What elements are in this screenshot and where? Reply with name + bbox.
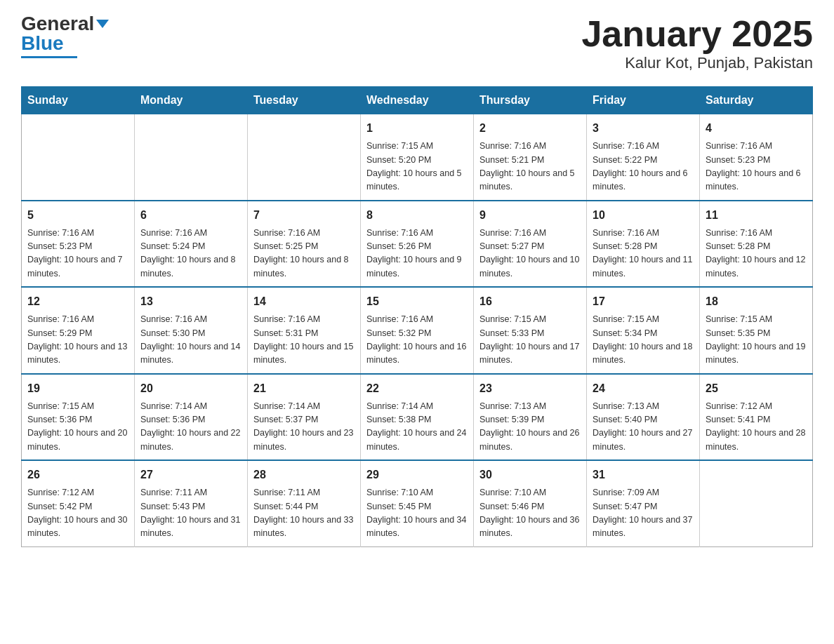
day-number: 14: [253, 293, 355, 310]
calendar-cell: [700, 460, 813, 546]
calendar-cell: 28Sunrise: 7:11 AMSunset: 5:44 PMDayligh…: [248, 460, 361, 546]
header-day-saturday: Saturday: [700, 87, 813, 114]
day-number: 25: [706, 380, 807, 397]
logo: GeneralBlue: [21, 14, 109, 58]
day-info: Sunrise: 7:12 AMSunset: 5:42 PMDaylight:…: [27, 486, 128, 541]
day-info: Sunrise: 7:14 AMSunset: 5:37 PMDaylight:…: [253, 400, 355, 455]
day-number: 24: [593, 380, 694, 397]
title-block: January 2025 Kalur Kot, Punjab, Pakistan: [581, 14, 813, 72]
day-number: 12: [27, 293, 128, 310]
calendar-cell: 10Sunrise: 7:16 AMSunset: 5:28 PMDayligh…: [587, 201, 700, 288]
day-number: 30: [479, 467, 581, 483]
day-number: 21: [253, 380, 355, 397]
day-info: Sunrise: 7:15 AMSunset: 5:36 PMDaylight:…: [27, 400, 128, 455]
calendar-cell: 20Sunrise: 7:14 AMSunset: 5:36 PMDayligh…: [135, 374, 248, 461]
calendar-cell: [22, 114, 135, 201]
calendar-cell: 14Sunrise: 7:16 AMSunset: 5:31 PMDayligh…: [248, 287, 361, 374]
calendar-cell: 26Sunrise: 7:12 AMSunset: 5:42 PMDayligh…: [22, 460, 135, 546]
logo-text: GeneralBlue: [21, 14, 109, 53]
day-info: Sunrise: 7:16 AMSunset: 5:22 PMDaylight:…: [593, 140, 694, 194]
day-info: Sunrise: 7:16 AMSunset: 5:30 PMDaylight:…: [140, 313, 241, 368]
day-info: Sunrise: 7:15 AMSunset: 5:34 PMDaylight:…: [593, 313, 694, 368]
day-info: Sunrise: 7:16 AMSunset: 5:23 PMDaylight:…: [27, 227, 128, 281]
day-number: 4: [706, 120, 807, 137]
day-info: Sunrise: 7:16 AMSunset: 5:26 PMDaylight:…: [366, 227, 468, 281]
day-info: Sunrise: 7:16 AMSunset: 5:25 PMDaylight:…: [253, 227, 355, 281]
day-info: Sunrise: 7:10 AMSunset: 5:45 PMDaylight:…: [366, 486, 468, 541]
week-row-1: 1Sunrise: 7:15 AMSunset: 5:20 PMDaylight…: [22, 114, 813, 201]
day-number: 10: [593, 207, 694, 224]
day-number: 16: [479, 293, 581, 310]
page-subtitle: Kalur Kot, Punjab, Pakistan: [581, 54, 813, 72]
header-day-thursday: Thursday: [474, 87, 587, 114]
day-info: Sunrise: 7:13 AMSunset: 5:40 PMDaylight:…: [593, 400, 694, 455]
day-info: Sunrise: 7:16 AMSunset: 5:29 PMDaylight:…: [27, 313, 128, 368]
day-info: Sunrise: 7:16 AMSunset: 5:23 PMDaylight:…: [706, 140, 807, 194]
day-info: Sunrise: 7:11 AMSunset: 5:44 PMDaylight:…: [253, 486, 355, 541]
calendar-cell: 13Sunrise: 7:16 AMSunset: 5:30 PMDayligh…: [135, 287, 248, 374]
day-info: Sunrise: 7:16 AMSunset: 5:28 PMDaylight:…: [706, 227, 807, 281]
calendar-cell: 18Sunrise: 7:15 AMSunset: 5:35 PMDayligh…: [700, 287, 813, 374]
calendar-cell: 25Sunrise: 7:12 AMSunset: 5:41 PMDayligh…: [700, 374, 813, 461]
header-day-tuesday: Tuesday: [248, 87, 361, 114]
calendar-cell: 9Sunrise: 7:16 AMSunset: 5:27 PMDaylight…: [474, 201, 587, 288]
header-day-sunday: Sunday: [22, 87, 135, 114]
day-number: 19: [27, 380, 128, 397]
day-number: 23: [479, 380, 581, 397]
day-info: Sunrise: 7:16 AMSunset: 5:24 PMDaylight:…: [140, 227, 241, 281]
calendar-cell: 6Sunrise: 7:16 AMSunset: 5:24 PMDaylight…: [135, 201, 248, 288]
day-number: 15: [366, 293, 468, 310]
day-number: 31: [593, 467, 694, 483]
day-info: Sunrise: 7:16 AMSunset: 5:27 PMDaylight:…: [479, 227, 581, 281]
day-info: Sunrise: 7:12 AMSunset: 5:41 PMDaylight:…: [706, 400, 807, 455]
header-day-wednesday: Wednesday: [361, 87, 474, 114]
day-number: 9: [479, 207, 581, 224]
calendar-cell: 1Sunrise: 7:15 AMSunset: 5:20 PMDaylight…: [361, 114, 474, 201]
day-number: 1: [366, 120, 468, 137]
logo-blue: Blue: [21, 32, 64, 54]
day-info: Sunrise: 7:11 AMSunset: 5:43 PMDaylight:…: [140, 486, 241, 541]
day-info: Sunrise: 7:16 AMSunset: 5:21 PMDaylight:…: [479, 140, 581, 194]
calendar-cell: 19Sunrise: 7:15 AMSunset: 5:36 PMDayligh…: [22, 374, 135, 461]
calendar-body: 1Sunrise: 7:15 AMSunset: 5:20 PMDaylight…: [22, 114, 813, 547]
day-number: 8: [366, 207, 468, 224]
day-number: 27: [140, 467, 241, 483]
day-info: Sunrise: 7:16 AMSunset: 5:31 PMDaylight:…: [253, 313, 355, 368]
calendar-cell: 16Sunrise: 7:15 AMSunset: 5:33 PMDayligh…: [474, 287, 587, 374]
day-number: 6: [140, 207, 241, 224]
calendar-cell: 23Sunrise: 7:13 AMSunset: 5:39 PMDayligh…: [474, 374, 587, 461]
calendar-cell: 22Sunrise: 7:14 AMSunset: 5:38 PMDayligh…: [361, 374, 474, 461]
calendar-cell: 30Sunrise: 7:10 AMSunset: 5:46 PMDayligh…: [474, 460, 587, 546]
day-info: Sunrise: 7:09 AMSunset: 5:47 PMDaylight:…: [593, 486, 694, 541]
week-row-4: 19Sunrise: 7:15 AMSunset: 5:36 PMDayligh…: [22, 374, 813, 461]
day-info: Sunrise: 7:15 AMSunset: 5:33 PMDaylight:…: [479, 313, 581, 368]
day-number: 26: [27, 467, 128, 483]
week-row-2: 5Sunrise: 7:16 AMSunset: 5:23 PMDaylight…: [22, 201, 813, 288]
header-day-friday: Friday: [587, 87, 700, 114]
calendar-cell: 15Sunrise: 7:16 AMSunset: 5:32 PMDayligh…: [361, 287, 474, 374]
week-row-5: 26Sunrise: 7:12 AMSunset: 5:42 PMDayligh…: [22, 460, 813, 546]
header-row: SundayMondayTuesdayWednesdayThursdayFrid…: [22, 87, 813, 114]
day-number: 17: [593, 293, 694, 310]
day-number: 18: [706, 293, 807, 310]
calendar-cell: 7Sunrise: 7:16 AMSunset: 5:25 PMDaylight…: [248, 201, 361, 288]
day-info: Sunrise: 7:15 AMSunset: 5:35 PMDaylight:…: [706, 313, 807, 368]
day-info: Sunrise: 7:16 AMSunset: 5:28 PMDaylight:…: [593, 227, 694, 281]
day-number: 13: [140, 293, 241, 310]
day-number: 28: [253, 467, 355, 483]
logo-underline: [21, 56, 77, 58]
page-header: GeneralBlue January 2025 Kalur Kot, Punj…: [21, 14, 813, 72]
calendar-cell: 31Sunrise: 7:09 AMSunset: 5:47 PMDayligh…: [587, 460, 700, 546]
calendar-cell: 4Sunrise: 7:16 AMSunset: 5:23 PMDaylight…: [700, 114, 813, 201]
day-number: 20: [140, 380, 241, 397]
calendar-cell: 8Sunrise: 7:16 AMSunset: 5:26 PMDaylight…: [361, 201, 474, 288]
day-number: 2: [479, 120, 581, 137]
day-info: Sunrise: 7:16 AMSunset: 5:32 PMDaylight:…: [366, 313, 468, 368]
calendar-cell: 12Sunrise: 7:16 AMSunset: 5:29 PMDayligh…: [22, 287, 135, 374]
day-info: Sunrise: 7:14 AMSunset: 5:36 PMDaylight:…: [140, 400, 241, 455]
day-number: 7: [253, 207, 355, 224]
week-row-3: 12Sunrise: 7:16 AMSunset: 5:29 PMDayligh…: [22, 287, 813, 374]
day-info: Sunrise: 7:13 AMSunset: 5:39 PMDaylight:…: [479, 400, 581, 455]
header-day-monday: Monday: [135, 87, 248, 114]
calendar-cell: 21Sunrise: 7:14 AMSunset: 5:37 PMDayligh…: [248, 374, 361, 461]
